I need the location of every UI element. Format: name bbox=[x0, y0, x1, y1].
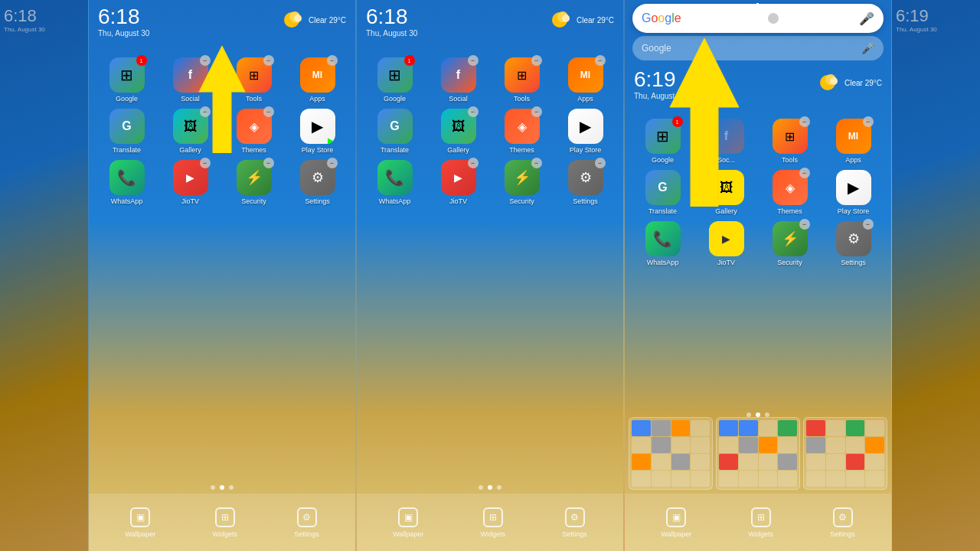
app-jiotv-3[interactable]: ▶ JioTV bbox=[704, 221, 750, 266]
app-icon-whatsapp-1: 📞 bbox=[109, 160, 145, 195]
status-bar-1: 6:18 Thu, August 30 Clear 29°C bbox=[89, 0, 355, 46]
svg-point-9 bbox=[830, 77, 838, 85]
app-label-gallery-3: Gallery bbox=[715, 207, 737, 215]
app-row-3-2: G Translate 🖼 Gallery ◈ − Themes bbox=[631, 170, 885, 215]
app-label-apps-1: Apps bbox=[309, 95, 325, 103]
app-translate-2[interactable]: G Translate bbox=[372, 109, 418, 154]
app-tools-3[interactable]: ⊞ − Tools bbox=[767, 119, 813, 164]
dots-2 bbox=[357, 485, 623, 490]
dock-wallpaper-1[interactable]: ▣ Wallpaper bbox=[125, 507, 155, 538]
app-jiotv-2[interactable]: ▶ − JioTV bbox=[436, 160, 482, 205]
app-gallery-1[interactable]: 🖼 − Gallery bbox=[168, 109, 214, 154]
app-apps-2[interactable]: MI − Apps bbox=[563, 57, 609, 103]
google-mic-icon[interactable]: 🎤 bbox=[859, 11, 874, 26]
dock-wallpaper-2[interactable]: ▣ Wallpaper bbox=[393, 507, 423, 538]
app-icon-gallery-3: 🖼 bbox=[709, 170, 744, 205]
app-label-jiotv-1: JioTV bbox=[181, 197, 199, 205]
app-social-2[interactable]: f − Social bbox=[436, 57, 482, 103]
app-security-2[interactable]: ⚡ − Security bbox=[499, 160, 545, 205]
app-themes-1[interactable]: ◈ − Themes bbox=[231, 109, 277, 154]
app-translate-3[interactable]: G Translate bbox=[640, 170, 686, 215]
app-apps-3[interactable]: MI − Apps bbox=[831, 119, 877, 164]
app-translate-1[interactable]: G Translate bbox=[104, 109, 150, 154]
app-themes-2[interactable]: ◈ − Themes bbox=[499, 109, 545, 154]
dock-wallpaper-icon-1: ▣ bbox=[130, 507, 150, 527]
app-settings-1[interactable]: ⚙ − Settings bbox=[295, 160, 341, 205]
time-section-2: 6:18 Thu, August 30 bbox=[366, 6, 546, 37]
app-gallery-3[interactable]: 🖼 Gallery bbox=[704, 170, 750, 215]
app-social-1[interactable]: f − Social bbox=[168, 57, 214, 103]
app-whatsapp-3[interactable]: 📞 WhatsApp bbox=[640, 221, 686, 266]
date-2: Thu, August 30 bbox=[366, 29, 546, 37]
app-label-social-3: Soc... bbox=[717, 156, 735, 164]
dock-wallpaper-3[interactable]: ▣ Wallpaper bbox=[661, 507, 691, 538]
recent-thumb-1[interactable] bbox=[629, 417, 713, 490]
recents-bar bbox=[629, 413, 887, 490]
app-jiotv-1[interactable]: ▶ − JioTV bbox=[168, 160, 214, 205]
app-icon-translate-2: G bbox=[377, 109, 413, 144]
app-icon-social-3: f bbox=[709, 119, 744, 154]
date-3: Thu, August 30 bbox=[634, 92, 814, 100]
app-google-2[interactable]: ⊞ 1 Google bbox=[372, 57, 418, 103]
app-apps-1[interactable]: MI − Apps bbox=[295, 57, 341, 103]
dock-settings-2[interactable]: ⚙ Settings bbox=[562, 507, 587, 538]
recent-thumb-2[interactable] bbox=[716, 417, 800, 490]
app-google-1[interactable]: ⊞ 1 Google bbox=[104, 57, 150, 103]
app-label-themes-3: Themes bbox=[777, 207, 802, 215]
svg-point-2 bbox=[294, 15, 302, 22]
app-label-translate-2: Translate bbox=[381, 146, 409, 154]
recent-thumb-3[interactable] bbox=[803, 417, 887, 490]
dock-settings-icon-1: ⚙ bbox=[297, 507, 317, 527]
app-tools-1[interactable]: ⊞ − Tools bbox=[231, 57, 277, 103]
app-themes-3[interactable]: ◈ − Themes bbox=[767, 170, 813, 215]
app-whatsapp-1[interactable]: 📞 WhatsApp bbox=[104, 160, 150, 205]
app-label-jiotv-3: JioTV bbox=[717, 259, 735, 266]
app-label-playstore-2: Play Store bbox=[570, 146, 602, 154]
dock-widgets-label-1: Widgets bbox=[213, 530, 238, 538]
app-label-whatsapp-1: WhatsApp bbox=[111, 197, 143, 205]
app-playstore-2[interactable]: ▶ Play Store bbox=[563, 109, 609, 154]
dock-1: ▣ Wallpaper ⊞ Widgets ⚙ Settings bbox=[89, 494, 355, 551]
badge-google-2: 1 bbox=[404, 55, 415, 66]
app-playstore-1[interactable]: ▶ ▶ Play Store bbox=[295, 109, 341, 154]
dot-2-3 bbox=[497, 485, 501, 490]
remove-settings-1: − bbox=[327, 158, 338, 168]
delete-widget-icon[interactable]: 🗑 bbox=[752, 2, 764, 15]
app-icon-security-3: ⚡ − bbox=[773, 221, 808, 256]
dock-widgets-3[interactable]: ⊞ Widgets bbox=[749, 507, 774, 538]
app-label-whatsapp-3: WhatsApp bbox=[647, 259, 679, 266]
dock-wallpaper-label-1: Wallpaper bbox=[125, 530, 155, 538]
app-google-3[interactable]: ⊞ 1 Google bbox=[640, 119, 686, 164]
app-settings-3[interactable]: ⚙ − Settings bbox=[831, 221, 877, 266]
dock-2: ▣ Wallpaper ⊞ Widgets ⚙ Settings bbox=[357, 494, 623, 551]
app-icon-tools-1: ⊞ − bbox=[237, 57, 272, 93]
app-social-3[interactable]: f Soc... bbox=[704, 119, 750, 164]
app-row-1-3: 📞 WhatsApp ▶ − JioTV ⚡ − Secur bbox=[95, 160, 349, 205]
dot-1-1 bbox=[211, 485, 215, 490]
thumb-inner-2 bbox=[717, 418, 799, 489]
app-icon-apps-3: MI − bbox=[836, 119, 871, 154]
app-row-2-2: G Translate 🖼 − Gallery ◈ − Th bbox=[363, 109, 617, 154]
app-playstore-3[interactable]: ▶ Play Store bbox=[831, 170, 877, 215]
remove-gallery-1: − bbox=[200, 106, 211, 117]
app-security-3[interactable]: ⚡ − Security bbox=[767, 221, 813, 266]
dock-settings-3[interactable]: ⚙ Settings bbox=[830, 507, 855, 538]
date-1: Thu, August 30 bbox=[98, 29, 278, 37]
dock-widgets-2[interactable]: ⊞ Widgets bbox=[481, 507, 506, 538]
app-tools-2[interactable]: ⊞ − Tools bbox=[499, 57, 545, 103]
google-search-ghost: Google 🎤 bbox=[632, 36, 884, 60]
svg-point-6 bbox=[562, 15, 570, 22]
app-security-1[interactable]: ⚡ − Security bbox=[231, 160, 277, 205]
remove-security-1: − bbox=[263, 158, 274, 168]
app-label-settings-1: Settings bbox=[305, 197, 330, 205]
app-icon-security-1: ⚡ − bbox=[237, 160, 272, 195]
dock-settings-1[interactable]: ⚙ Settings bbox=[294, 507, 319, 538]
app-label-tools-2: Tools bbox=[514, 95, 530, 103]
remove-tools-1: − bbox=[263, 55, 274, 66]
app-icon-playstore-2: ▶ bbox=[568, 109, 603, 144]
app-settings-2[interactable]: ⚙ − Settings bbox=[563, 160, 609, 205]
dock-widgets-1[interactable]: ⊞ Widgets bbox=[213, 507, 238, 538]
app-gallery-2[interactable]: 🖼 − Gallery bbox=[436, 109, 482, 154]
app-icon-google-2: ⊞ 1 bbox=[377, 57, 413, 93]
app-whatsapp-2[interactable]: 📞 WhatsApp bbox=[372, 160, 418, 205]
